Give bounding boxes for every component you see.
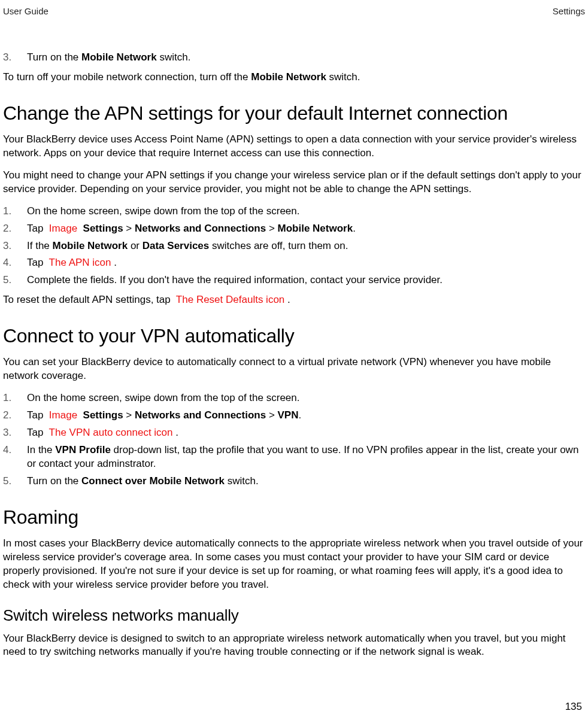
list-item: 2. Tap Image Settings > Networks and Con… [3, 222, 585, 236]
list-body: If the Mobile Network or Data Services s… [27, 239, 585, 253]
text: . [175, 427, 178, 438]
step-list-a: 3. Turn on the Mobile Network switch. [3, 51, 585, 65]
list-body: Tap Image Settings > Networks and Connec… [27, 409, 585, 423]
text: To reset the default APN settings, tap [3, 294, 173, 305]
paragraph: Your BlackBerry device uses Access Point… [3, 133, 585, 160]
page-number: 135 [565, 701, 582, 713]
bold-text: Mobile Network [53, 240, 128, 251]
text: Tap [27, 223, 46, 234]
page-content: 3. Turn on the Mobile Network switch. To… [0, 16, 588, 659]
list-body: Tap The APN icon . [27, 256, 585, 270]
heading-vpn: Connect to your VPN automatically [3, 325, 585, 347]
list-body: Tap Image Settings > Networks and Connec… [27, 222, 585, 236]
text: . [287, 294, 290, 305]
list-item: 5. Turn on the Connect over Mobile Netwo… [3, 475, 585, 488]
page-header: User Guide Settings [0, 0, 588, 16]
image-icon: Image [46, 223, 80, 234]
bold-text: Settings [80, 409, 123, 421]
paragraph: To reset the default APN settings, tap T… [3, 293, 585, 307]
list-number: 5. [3, 274, 27, 287]
list-number: 3. [3, 426, 27, 440]
text: > [266, 223, 277, 234]
list-body: Complete the fields. If you don't have t… [27, 274, 585, 287]
list-number: 3. [3, 239, 27, 253]
step-list-b: 1. On the home screen, swipe down from t… [3, 205, 585, 288]
heading-roaming: Roaming [3, 506, 585, 528]
list-body: On the home screen, swipe down from the … [27, 391, 585, 405]
list-item: 2. Tap Image Settings > Networks and Con… [3, 409, 585, 423]
text: Tap [27, 427, 46, 438]
bold-text: Mobile Network [81, 51, 157, 63]
list-item: 1. On the home screen, swipe down from t… [3, 205, 585, 218]
header-right: Settings [553, 6, 585, 16]
step-text: Turn on the [27, 51, 81, 63]
bold-text: Mobile Network [278, 223, 353, 234]
list-item: 4. Tap The APN icon . [3, 256, 585, 270]
bold-text: Data Services [143, 240, 210, 251]
bold-text: Settings [80, 223, 123, 234]
bold-text: Networks and Connections [135, 409, 266, 421]
list-item: 5. Complete the fields. If you don't hav… [3, 274, 585, 287]
list-number: 2. [3, 222, 27, 236]
paragraph: You might need to change your APN settin… [3, 169, 585, 196]
header-left: User Guide [3, 6, 49, 16]
list-number: 5. [3, 475, 27, 488]
text: > [123, 223, 135, 234]
text: Tap [27, 409, 46, 421]
image-icon: Image [46, 409, 80, 421]
list-body: Turn on the Connect over Mobile Network … [27, 475, 585, 488]
paragraph: Your BlackBerry device is designed to sw… [3, 632, 585, 660]
list-number: 1. [3, 205, 27, 218]
vpn-auto-connect-icon: The VPN auto connect icon [46, 427, 175, 438]
heading-apn: Change the APN settings for your default… [3, 102, 585, 124]
list-item: 3. Turn on the Mobile Network switch. [3, 51, 585, 65]
heading-switch-networks: Switch wireless networks manually [3, 606, 585, 625]
bold-text: VPN Profile [55, 444, 111, 455]
list-body: On the home screen, swipe down from the … [27, 205, 585, 218]
text: To turn off your mobile network connecti… [3, 71, 251, 83]
bold-text: Connect over Mobile Network [81, 475, 225, 487]
text: Tap [27, 257, 46, 268]
text: . [353, 223, 356, 234]
bold-text: Networks and Connections [135, 223, 266, 234]
step-text: switch. [157, 51, 191, 63]
list-body: In the VPN Profile drop-down list, tap t… [27, 444, 585, 471]
step-list-c: 1. On the home screen, swipe down from t… [3, 391, 585, 488]
list-number: 4. [3, 256, 27, 270]
list-item: 1. On the home screen, swipe down from t… [3, 391, 585, 405]
text: Turn on the [27, 475, 81, 487]
text: > [123, 409, 135, 421]
text: switches are off, turn them on. [209, 240, 348, 251]
list-number: 4. [3, 444, 27, 471]
text: . [114, 257, 117, 268]
bold-text: VPN [278, 409, 299, 421]
paragraph: You can set your BlackBerry device to au… [3, 356, 585, 383]
text: switch. [225, 475, 259, 487]
text: . [299, 409, 302, 421]
list-item: 3. Tap The VPN auto connect icon . [3, 426, 585, 440]
apn-icon: The APN icon [46, 257, 114, 268]
text: or [128, 240, 143, 251]
reset-defaults-icon: The Reset Defaults icon [173, 294, 287, 305]
paragraph: In most cases your BlackBerry device aut… [3, 537, 585, 592]
list-body: Tap The VPN auto connect icon . [27, 426, 585, 440]
text: switch. [326, 71, 360, 83]
list-number: 1. [3, 391, 27, 405]
list-body: Turn on the Mobile Network switch. [27, 51, 585, 65]
text: If the [27, 240, 53, 251]
paragraph: To turn off your mobile network connecti… [3, 71, 585, 84]
bold-text: Mobile Network [251, 71, 326, 83]
text: In the [27, 444, 55, 455]
list-number: 2. [3, 409, 27, 423]
list-number: 3. [3, 51, 27, 65]
text: > [266, 409, 277, 421]
list-item: 4. In the VPN Profile drop-down list, ta… [3, 444, 585, 471]
list-item: 3. If the Mobile Network or Data Service… [3, 239, 585, 253]
